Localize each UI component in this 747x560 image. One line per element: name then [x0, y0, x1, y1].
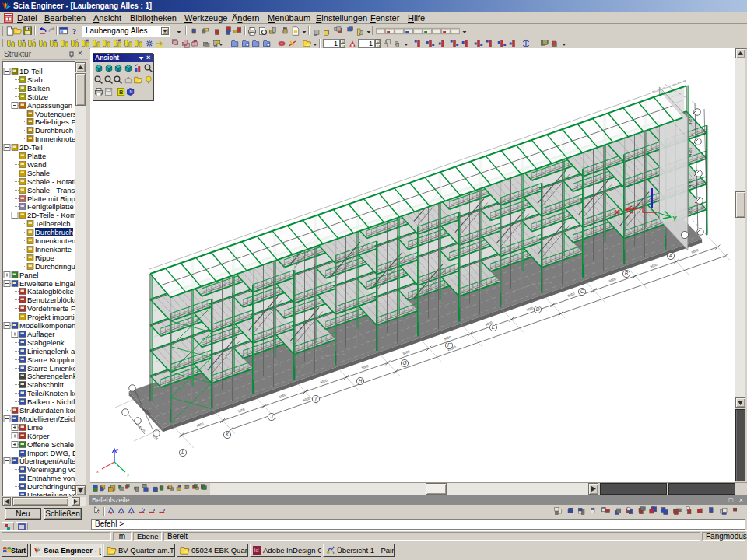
svg-text:K: K: [226, 432, 230, 437]
svg-text:B: B: [625, 271, 629, 276]
svg-text:4785: 4785: [689, 178, 693, 187]
svg-text:H: H: [359, 378, 363, 383]
svg-text:5000: 5000: [196, 422, 205, 428]
svg-text:5000: 5000: [444, 334, 452, 341]
svg-text:x: x: [96, 469, 99, 474]
svg-text:5000: 5000: [361, 364, 370, 370]
svg-text:?: ?: [72, 27, 76, 36]
svg-text:4785: 4785: [689, 208, 693, 216]
svg-text:5000: 5000: [320, 378, 328, 384]
svg-text:y: y: [127, 472, 129, 477]
svg-text:5000: 5000: [608, 277, 617, 283]
svg-text:5000: 5000: [402, 349, 411, 355]
svg-text:4785: 4785: [689, 147, 693, 156]
svg-text:5000: 5000: [650, 262, 658, 268]
svg-text:5000: 5000: [691, 248, 700, 254]
svg-text:5000: 5000: [303, 396, 311, 402]
svg-text:4785: 4785: [689, 116, 693, 124]
svg-text:B: B: [119, 89, 124, 96]
svg-text:E: E: [492, 324, 496, 330]
svg-text:X: X: [615, 208, 619, 216]
svg-text:4125: 4125: [138, 425, 146, 433]
svg-text:5000: 5000: [237, 407, 246, 413]
svg-text:C: C: [580, 289, 584, 294]
svg-text:G: G: [402, 360, 406, 366]
svg-text:Y: Y: [672, 215, 677, 222]
svg-text:D: D: [536, 306, 540, 312]
svg-text:5000: 5000: [526, 306, 535, 312]
svg-text:N: N: [130, 89, 133, 94]
svg-text:5000: 5000: [279, 393, 287, 399]
svg-text:I: I: [315, 396, 317, 401]
svg-text:L: L: [181, 450, 184, 455]
svg-text:5000: 5000: [567, 292, 576, 298]
svg-text:A: A: [668, 253, 672, 258]
svg-text:z: z: [116, 447, 118, 452]
svg-text:Id: Id: [254, 547, 258, 554]
